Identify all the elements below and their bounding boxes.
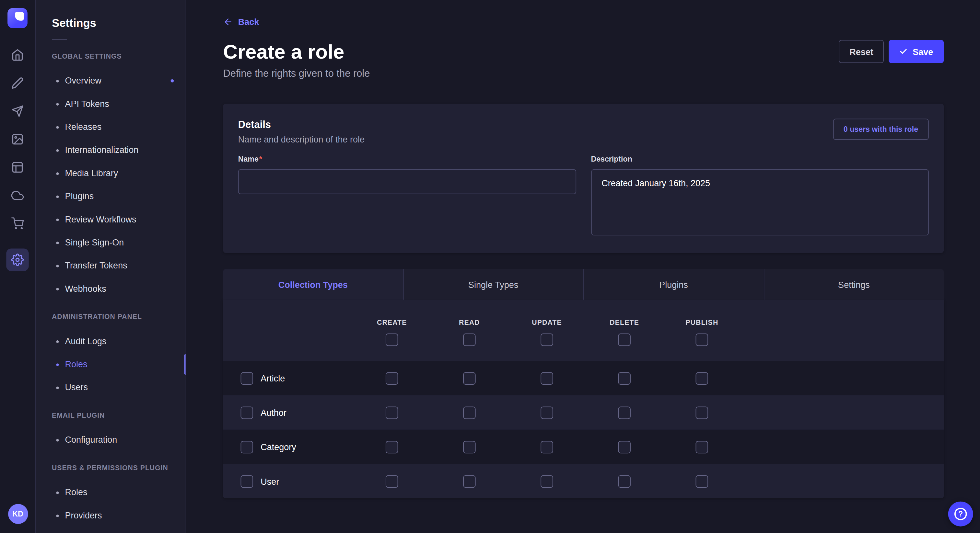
- sidebar-item-providers[interactable]: Providers: [36, 504, 186, 527]
- send-icon[interactable]: [6, 103, 29, 119]
- row-checkbox-category[interactable]: [240, 441, 253, 453]
- arrow-left-icon: [223, 17, 233, 27]
- checkbox-author-create[interactable]: [386, 406, 398, 419]
- checkbox-category-create[interactable]: [386, 441, 398, 453]
- sidebar-item-roles-up[interactable]: Roles: [36, 481, 186, 504]
- checkbox-category-publish[interactable]: [695, 441, 708, 453]
- checkbox-article-read[interactable]: [463, 372, 476, 384]
- tab-collection-types[interactable]: Collection Types: [223, 269, 402, 300]
- select-all-publish-checkbox[interactable]: [695, 333, 708, 346]
- sidebar-item-label: Media Library: [65, 168, 118, 179]
- checkbox-author-delete[interactable]: [618, 406, 631, 419]
- tab-settings[interactable]: Settings: [764, 269, 944, 300]
- sidebar-item-transfer-tokens[interactable]: Transfer Tokens: [36, 254, 186, 277]
- back-label: Back: [238, 17, 259, 27]
- checkbox-category-read[interactable]: [463, 441, 476, 453]
- checkbox-article-delete[interactable]: [618, 372, 631, 384]
- save-label: Save: [913, 47, 933, 57]
- checkbox-article-create[interactable]: [386, 372, 398, 384]
- strapi-logo[interactable]: [8, 8, 27, 28]
- column-header-publish: PUBLISH: [686, 319, 718, 326]
- sidebar-item-audit-logs[interactable]: Audit Logs: [36, 330, 186, 353]
- sidebar-item-label: Overview: [65, 75, 102, 86]
- users-with-role-button[interactable]: 0 users with this role: [833, 119, 929, 140]
- sidebar-item-review-workflows[interactable]: Review Workflows: [36, 208, 186, 231]
- required-asterisk: *: [259, 155, 262, 163]
- sidebar-item-users[interactable]: Users: [36, 376, 186, 399]
- table-row-article: Article: [223, 361, 944, 395]
- table-row-author: Author: [223, 395, 944, 430]
- bullet-icon: [56, 265, 59, 267]
- sidebar-item-label: Providers: [65, 510, 102, 521]
- checkbox-user-update[interactable]: [541, 475, 553, 488]
- section-administration-panel: ADMINISTRATION PANEL Audit Logs Roles Us…: [36, 313, 186, 399]
- bullet-icon: [56, 80, 59, 82]
- content-manager-icon[interactable]: [6, 75, 29, 91]
- description-textarea[interactable]: Created January 16th, 2025: [591, 169, 929, 235]
- bullet-icon: [56, 363, 59, 366]
- header-actions: Reset Save: [839, 40, 944, 63]
- checkbox-author-update[interactable]: [541, 406, 553, 419]
- row-checkbox-article[interactable]: [240, 372, 253, 384]
- section-global-settings: GLOBAL SETTINGS Overview API Tokens Rele…: [36, 52, 186, 300]
- checkbox-user-read[interactable]: [463, 475, 476, 488]
- sidebar-item-label: Single Sign-On: [65, 237, 124, 248]
- help-button[interactable]: ?: [948, 501, 973, 527]
- strapi-logo-mark: [15, 12, 24, 21]
- save-button[interactable]: Save: [889, 40, 944, 63]
- select-all-delete-checkbox[interactable]: [618, 333, 631, 346]
- permissions-column-headers: CREATE READ UPDATE DELETE PUBLISH: [223, 300, 944, 326]
- sidebar-item-single-sign-on[interactable]: Single Sign-On: [36, 231, 186, 254]
- checkbox-article-publish[interactable]: [695, 372, 708, 384]
- checkbox-category-update[interactable]: [541, 441, 553, 453]
- bullet-icon: [56, 126, 59, 128]
- row-label: User: [261, 476, 279, 486]
- sidebar-item-webhooks[interactable]: Webhooks: [36, 277, 186, 300]
- settings-gear-icon[interactable]: [6, 249, 29, 271]
- section-users-permissions-plugin: USERS & PERMISSIONS PLUGIN Roles Provide…: [36, 464, 186, 527]
- sidebar-item-label: Audit Logs: [65, 336, 107, 347]
- sidebar-item-label: Users: [65, 382, 88, 393]
- home-icon[interactable]: [6, 47, 29, 63]
- select-all-create-checkbox[interactable]: [386, 333, 398, 346]
- main-content: Back Create a role Define the rights giv…: [186, 0, 980, 533]
- row-checkbox-author[interactable]: [240, 406, 253, 419]
- sidebar-item-overview[interactable]: Overview: [36, 69, 186, 92]
- page-title: Create a role: [223, 39, 370, 64]
- select-all-read-checkbox[interactable]: [463, 333, 476, 346]
- name-input[interactable]: [238, 169, 576, 194]
- bullet-icon: [56, 386, 59, 389]
- checkbox-category-delete[interactable]: [618, 441, 631, 453]
- rail-bottom: KD: [0, 504, 36, 524]
- checkbox-author-publish[interactable]: [695, 406, 708, 419]
- select-all-update-checkbox[interactable]: [541, 333, 553, 346]
- section-email-plugin: EMAIL PLUGIN Configuration: [36, 412, 186, 451]
- sidebar-item-releases[interactable]: Releases: [36, 116, 186, 139]
- back-link[interactable]: Back: [223, 17, 259, 27]
- checkbox-user-delete[interactable]: [618, 475, 631, 488]
- column-header-create: CREATE: [377, 319, 407, 326]
- sidebar-item-media-library[interactable]: Media Library: [36, 162, 186, 185]
- checkbox-user-publish[interactable]: [695, 475, 708, 488]
- checkbox-article-update[interactable]: [541, 372, 553, 384]
- sidebar-item-configuration[interactable]: Configuration: [36, 428, 186, 451]
- sidebar-item-roles-admin[interactable]: Roles: [36, 353, 186, 376]
- marketplace-cart-icon[interactable]: [6, 215, 29, 232]
- cloud-icon[interactable]: [6, 187, 29, 204]
- sidebar-item-internationalization[interactable]: Internationalization: [36, 139, 186, 162]
- tab-single-types[interactable]: Single Types: [403, 269, 583, 300]
- content-type-builder-icon[interactable]: [6, 159, 29, 176]
- user-avatar[interactable]: KD: [8, 504, 28, 524]
- tab-plugins[interactable]: Plugins: [583, 269, 763, 300]
- sidebar-item-label: Plugins: [65, 191, 94, 202]
- bullet-icon: [56, 439, 59, 441]
- row-checkbox-user[interactable]: [240, 475, 253, 488]
- reset-button[interactable]: Reset: [839, 40, 884, 63]
- media-library-icon[interactable]: [6, 131, 29, 148]
- checkbox-user-create[interactable]: [386, 475, 398, 488]
- sidebar-item-plugins[interactable]: Plugins: [36, 185, 186, 208]
- sidebar-item-label: Internationalization: [65, 145, 139, 155]
- sidebar-item-api-tokens[interactable]: API Tokens: [36, 92, 186, 115]
- bullet-icon: [56, 195, 59, 198]
- checkbox-author-read[interactable]: [463, 406, 476, 419]
